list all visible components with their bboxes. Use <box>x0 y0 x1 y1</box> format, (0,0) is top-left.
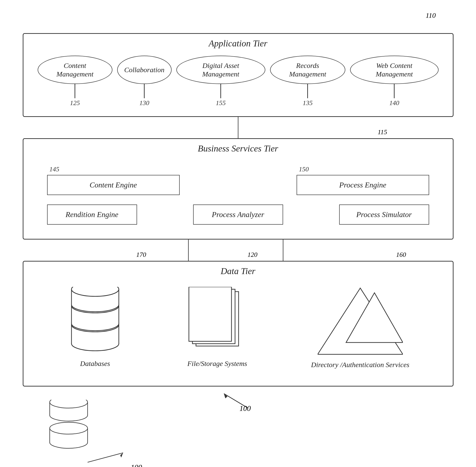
directory-icon <box>318 286 403 357</box>
biz-row1: 145 Content Engine 150 Process Engine <box>42 166 434 195</box>
connector-125 <box>75 84 75 98</box>
ref-135: 135 <box>303 99 313 107</box>
ref-100: 100 <box>33 404 457 413</box>
tier-connector-svg <box>23 117 453 138</box>
app-tier-title: Application Tier <box>24 34 453 51</box>
ref-130: 130 <box>139 99 149 107</box>
directory-label: Directory /Authentication Services <box>311 360 409 369</box>
biz-tier-content: 145 Content Engine 150 Process Engine Re… <box>24 156 453 229</box>
ref-140: 140 <box>389 99 399 107</box>
ref-100-label: 100 <box>131 463 142 467</box>
data-tier-box: Data Tier <box>23 261 453 387</box>
svg-line-35 <box>88 453 123 462</box>
ref-125: 125 <box>70 99 80 107</box>
bottom-db-icon <box>47 400 90 452</box>
web-content-item: Web Content Management 140 <box>350 56 438 107</box>
collaboration-item: Collaboration 130 <box>117 56 172 107</box>
storage-container: File/Storage Systems <box>187 287 248 368</box>
directory-container: Directory /Authentication Services <box>311 286 409 369</box>
data-tier-title: Data Tier <box>24 261 453 279</box>
page: 110 Application Tier Content Management … <box>0 0 476 467</box>
process-analyzer-box: Process Analyzer <box>193 205 283 225</box>
biz-row1-right: 150 Process Engine <box>296 166 429 195</box>
biz-row1-left: 145 Content Engine <box>47 166 180 195</box>
process-simulator-box: Process Simulator <box>339 205 429 225</box>
biz-data-connector-svg <box>23 240 453 261</box>
databases-container: Databases <box>67 287 124 368</box>
content-management-ellipse: Content Management <box>38 56 112 84</box>
records-management-ellipse: Records Management <box>270 56 345 84</box>
digital-asset-item: Digital Asset Management 155 <box>176 56 265 107</box>
bottom-arrow-svg <box>214 391 262 410</box>
records-management-item: Records Management 135 <box>270 56 345 107</box>
ref-150: 150 <box>299 166 309 173</box>
app-tier-box: Application Tier Content Management 125 … <box>23 33 453 117</box>
storage-icon <box>187 287 248 355</box>
ref-170: 170 <box>136 251 146 259</box>
connector-135 <box>307 84 308 98</box>
connector-155 <box>220 84 221 98</box>
biz-row2: Rendition Engine Process Analyzer Proces… <box>42 205 434 225</box>
ref-145: 145 <box>50 166 59 173</box>
content-management-item: Content Management 125 <box>38 56 112 107</box>
rendition-engine-box: Rendition Engine <box>47 205 137 225</box>
bottom-database: 100 <box>47 400 90 453</box>
collaboration-ellipse: Collaboration <box>117 56 172 84</box>
ref-155: 155 <box>216 99 226 107</box>
ref-110: 110 <box>425 11 436 19</box>
databases-icon <box>67 287 124 355</box>
biz-tier-box: Business Services Tier 145 Content Engin… <box>23 138 453 240</box>
web-content-ellipse: Web Content Management <box>350 56 438 84</box>
arrow-to-ref100 <box>85 448 133 467</box>
ref-120: 120 <box>248 251 257 259</box>
process-engine-box: Process Engine <box>296 175 429 195</box>
data-tier-content: Databases File/Storage Systems <box>24 279 453 376</box>
databases-label: Databases <box>80 359 110 368</box>
digital-asset-ellipse: Digital Asset Management <box>176 56 265 84</box>
svg-rect-20 <box>189 287 232 341</box>
biz-tier-title: Business Services Tier <box>24 139 453 156</box>
ref-160: 160 <box>396 251 406 259</box>
ref-115: 115 <box>378 128 387 136</box>
connector-140 <box>394 84 395 98</box>
content-engine-box: Content Engine <box>47 175 180 195</box>
storage-label: File/Storage Systems <box>187 359 247 368</box>
connector-130 <box>144 84 145 98</box>
svg-point-29 <box>50 422 88 434</box>
app-tier-ellipses: Content Management 125 Collaboration 130… <box>24 51 453 109</box>
